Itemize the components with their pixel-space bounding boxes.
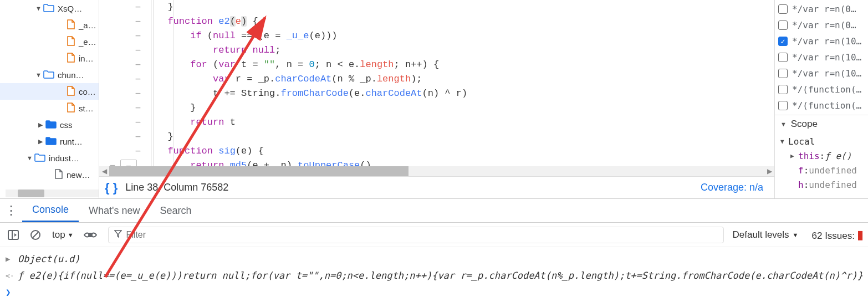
console-line[interactable]: <·ƒ e2(e){if(null==(e=_u_e(e)))return nu…	[6, 267, 862, 284]
console-text: Object(u.d)	[18, 253, 862, 264]
drawer-tab[interactable]: Search	[150, 199, 202, 222]
breakpoint-item[interactable]: */var r=n(0…	[778, 17, 865, 33]
code-line[interactable]: var r = _p.charCodeAt(n % _p.length);	[156, 72, 774, 86]
code-gutter[interactable]: –––––––––––––	[99, 0, 152, 166]
breakpoint-label: */(function(…	[792, 84, 861, 95]
code-line[interactable]: }	[156, 130, 774, 144]
tree-item-label: css	[60, 120, 73, 130]
breakpoint-item[interactable]: */var r=n(10…	[778, 33, 865, 49]
console-output[interactable]: ▶Object(u.d)<·ƒ e2(e){if(null==(e=_u_e(e…	[0, 247, 868, 302]
code-line[interactable]: return t	[156, 115, 774, 130]
checkbox[interactable]	[778, 4, 788, 14]
svg-line-4	[33, 232, 38, 238]
drawer-tab-bar: ⋮ ConsoleWhat's newSearch	[0, 198, 868, 223]
console-filter[interactable]	[108, 227, 724, 243]
scroll-left-icon[interactable]: ◀	[99, 166, 109, 176]
scope-section-header[interactable]: ▼ Scope	[775, 115, 868, 133]
code-editor[interactable]: } function e2(e) { if (null == (e = _u_e…	[152, 0, 774, 166]
files-hscroll[interactable]	[6, 190, 99, 197]
console-prompt[interactable]: ❯	[6, 284, 862, 300]
tree-item[interactable]: _e…	[0, 33, 99, 50]
tree-item-label: co…	[79, 87, 96, 96]
gutter-dash: –	[135, 43, 141, 58]
scope-variable[interactable]: f: undefined	[780, 163, 862, 177]
code-line[interactable]: return null;	[156, 43, 774, 58]
gutter-dash: –	[135, 101, 141, 115]
tree-item[interactable]: ▶css	[0, 116, 99, 133]
console-line[interactable]: ▶Object(u.d)	[6, 250, 862, 267]
drawer-tab[interactable]: Console	[22, 199, 79, 222]
console-toolbar: top▼ Default levels▼ 62 Issues:▮	[0, 223, 868, 247]
code-line[interactable]: if (null == (e = _u_e(e)))	[156, 29, 774, 43]
breakpoint-label: */var r=n(10…	[792, 36, 861, 47]
drawer-tab[interactable]: What's new	[79, 199, 150, 222]
tree-item[interactable]: ▼XsQ…	[0, 0, 99, 17]
gutter-dash: –	[135, 144, 141, 158]
fold-marker-icon[interactable]: –	[120, 160, 137, 166]
code-line[interactable]: }	[156, 101, 774, 115]
code-line[interactable]: function e2(e) {	[156, 14, 774, 29]
scrollbar-thumb[interactable]	[18, 190, 44, 197]
expand-arrow-icon[interactable]: ▼	[35, 71, 41, 78]
code-hscroll[interactable]: ◀ ▶	[99, 166, 774, 176]
issues-counter[interactable]: 62 Issues:▮	[812, 228, 864, 242]
scrollbar-thumb[interactable]	[109, 166, 409, 176]
live-expression-icon[interactable]	[81, 226, 99, 244]
expand-arrow-icon[interactable]: ▼	[35, 5, 41, 12]
code-panel: ––––––––––––– } function e2(e) { if (nul…	[99, 0, 774, 198]
tree-item[interactable]: ▼indust…	[0, 150, 99, 166]
tree-item[interactable]: ▼chun…	[0, 66, 99, 83]
breakpoint-list: */var r=n(0…*/var r=n(0…*/var r=n(10…*/v…	[775, 0, 868, 115]
breakpoint-item[interactable]: */(function(…	[778, 81, 865, 98]
checkbox[interactable]	[778, 85, 788, 94]
scroll-right-icon[interactable]: ▶	[764, 166, 774, 176]
code-line[interactable]: function sig(e) {	[156, 144, 774, 158]
tree-item[interactable]: st…	[0, 100, 99, 116]
pretty-print-icon[interactable]: { }	[105, 181, 118, 195]
code-line[interactable]: t += String.fromCharCode(e.charCodeAt(n)…	[156, 86, 774, 101]
breakpoint-item[interactable]: */(function(…	[778, 98, 865, 114]
log-levels-selector[interactable]: Default levels▼	[733, 229, 799, 240]
clear-console-icon[interactable]	[27, 226, 44, 244]
console-text: ƒ e2(e){if(null==(e=_u_e(e)))return null…	[18, 270, 862, 281]
breakpoint-item[interactable]: */var r=n(10…	[778, 65, 865, 81]
checkbox[interactable]	[778, 21, 788, 30]
toggle-sidebar-icon[interactable]	[4, 226, 22, 244]
tree-item[interactable]: new…	[0, 166, 99, 183]
code-line[interactable]: return md5(e + _n).toUpperCase()	[156, 158, 774, 166]
tree-item-label: indust…	[49, 153, 79, 163]
checkbox[interactable]	[778, 37, 788, 46]
gutter-dash: –	[135, 115, 141, 130]
file-icon	[54, 169, 63, 181]
breakpoint-item[interactable]: */var r=n(10…	[778, 49, 865, 65]
breakpoint-item[interactable]: */var r=n(0…	[778, 1, 865, 17]
coverage-label[interactable]: Coverage: n/a	[701, 182, 763, 193]
checkbox[interactable]	[778, 53, 788, 62]
checkbox[interactable]	[778, 101, 788, 110]
tree-item[interactable]: ▶runt…	[0, 133, 99, 150]
tree-item-label: st…	[79, 104, 94, 113]
code-line[interactable]: }	[156, 0, 774, 14]
scope-local-header[interactable]: ▼Local	[780, 134, 862, 149]
code-line[interactable]: for (var t = "", n = 0; n < e.length; n+…	[156, 58, 774, 72]
checkbox[interactable]	[778, 69, 788, 78]
kebab-icon[interactable]: ⋮	[0, 199, 22, 222]
file-icon	[67, 86, 75, 98]
file-icon	[67, 36, 75, 48]
gutter-dash: –	[135, 86, 141, 101]
filter-input[interactable]	[126, 230, 718, 240]
scope-variable[interactable]: ▶this: ƒ e()	[780, 149, 862, 163]
expand-arrow-icon[interactable]: ▼	[27, 155, 32, 161]
breakpoint-label: */var r=n(0…	[792, 20, 856, 30]
scope-variable[interactable]: h: undefined	[780, 177, 862, 192]
file-tree[interactable]: ▼XsQ…_a…_e…in…▼chun…co…st…▶css▶runt…▼ind…	[0, 0, 99, 198]
tree-item[interactable]: in…	[0, 50, 99, 66]
execution-context-selector[interactable]: top▼	[49, 229, 77, 240]
breakpoint-label: */(function(…	[792, 100, 861, 111]
expand-arrow-icon[interactable]: ▶	[38, 138, 43, 145]
tree-item[interactable]: co…	[0, 83, 99, 100]
folder-icon	[45, 120, 57, 130]
expand-arrow-icon[interactable]: ▶	[38, 121, 43, 129]
tree-item[interactable]: _a…	[0, 17, 99, 33]
folder-open-icon	[43, 70, 54, 80]
